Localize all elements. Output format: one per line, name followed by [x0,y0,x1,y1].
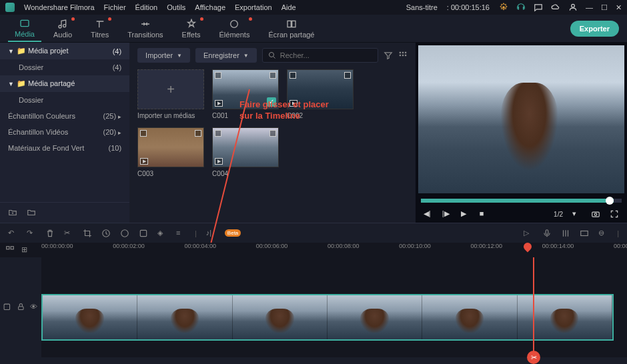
new-folder-icon[interactable] [8,208,17,217]
media-item-c002[interactable]: ▶ C002 [287,69,354,119]
color-icon[interactable] [120,229,129,238]
tab-effets[interactable]: Effets [175,16,207,41]
sidebar-item-videos[interactable]: Échantillon Vidéos (20) ▸ [0,124,129,140]
cloud-icon[interactable] [551,3,560,12]
timeline[interactable]: 👁 ▶ C001 ✂ [0,257,627,357]
check-icon: ✓ [267,97,276,107]
svg-rect-4 [287,21,291,27]
sidebar-item-fond-vert[interactable]: Matériaux de Fond Vert (10) [0,140,129,156]
audio-icon [57,19,68,29]
preview-panel: { } ◀| |▶ ▶ ■ 1/2 ▾ [416,43,627,223]
speed-icon[interactable] [101,229,111,238]
sidebar-item-label: Média partagé [28,79,75,87]
timeline-ruler[interactable]: ⊞ 00:00:00:0000:00:02:0000:00:04:0000:00… [0,243,627,257]
svg-rect-10 [399,55,400,56]
keyframe-icon[interactable]: ◈ [157,229,167,238]
tab-label: Écran partagé [268,31,314,39]
svg-point-6 [269,53,273,57]
headphones-icon[interactable] [516,3,526,12]
tab-ecran-partage[interactable]: Écran partagé [261,16,321,41]
svg-rect-14 [592,212,600,217]
save-button[interactable]: Enregistrer▼ [195,48,257,63]
track-visibility-icon[interactable]: 👁 [30,303,39,312]
tab-audio[interactable]: Audio [47,16,79,41]
search-field[interactable] [262,48,378,63]
sidebar-item-couleurs[interactable]: Échantillon Couleurs (25) ▸ [0,108,129,124]
track-lock-icon[interactable] [17,303,25,312]
media-panel: Importer▼ Enregistrer▼ + Importer un méd… [129,43,416,223]
preview-scrubber[interactable]: { } [421,199,622,203]
media-grid: + Importer un médias ▶✓ C001 ▶ C002 ▶ C0… [137,69,408,177]
fullscreen-icon[interactable] [610,209,619,219]
marker-icon[interactable] [139,229,148,238]
media-item-c001[interactable]: ▶✓ C001 [212,69,279,119]
zoom-fit-icon[interactable]: ⊖ [598,229,608,238]
plus-icon: + [167,82,175,97]
menu-aide[interactable]: Aide [281,3,296,11]
undo-icon[interactable]: ↶ [8,229,17,238]
folder-icon[interactable] [27,208,36,217]
search-input[interactable] [280,51,372,59]
track-settings-icon[interactable]: ⊞ [21,245,31,255]
svg-rect-12 [405,55,406,56]
redo-icon[interactable]: ↷ [27,229,36,238]
timeline-clip[interactable]: ▶ C001 [41,294,614,341]
tab-titres[interactable]: Titres [84,16,115,41]
play-icon[interactable]: ▶ [461,209,470,219]
filter-icon[interactable] [384,51,393,60]
crop-icon[interactable] [83,229,92,238]
render-icon[interactable]: ▷ [524,229,533,238]
cut-icon[interactable]: ✂ [64,229,73,238]
track-mute-icon[interactable] [3,303,11,312]
delete-icon[interactable] [45,229,55,238]
chat-icon[interactable] [534,3,543,12]
media-import-tile[interactable]: + Importer un médias [137,69,204,119]
voice-icon[interactable] [542,229,552,238]
import-button[interactable]: Importer▼ [137,48,190,63]
media-item-c003[interactable]: ▶ C003 [137,127,204,177]
close-icon[interactable]: ✕ [616,3,622,12]
menu-fichier[interactable]: Fichier [104,3,126,11]
list-icon[interactable]: ≡ [176,229,185,238]
chevron-down-icon[interactable]: ▾ [572,209,582,219]
view-icon[interactable] [580,229,589,238]
menubar: Wondershare Filmora Fichier Édition Outi… [0,0,627,15]
menu-exportation[interactable]: Exportation [235,3,272,11]
svg-rect-11 [402,55,404,56]
splitscreen-icon [286,19,297,29]
menu-outils[interactable]: Outils [167,3,185,11]
maximize-icon[interactable]: ☐ [601,3,608,12]
sidebar-item-dossier-1[interactable]: Dossier (4) [0,59,129,75]
track-layers-icon[interactable] [5,245,15,255]
prev-frame-icon[interactable]: ◀| [424,209,433,219]
stop-icon[interactable]: ■ [480,209,489,219]
tab-transitions[interactable]: Transitions [121,16,169,41]
sidebar-item-dossier-2[interactable]: Dossier [0,92,129,108]
menu-affichage[interactable]: Affichage [195,3,225,11]
svg-point-15 [594,213,597,216]
tab-media[interactable]: Média [8,15,41,42]
playhead[interactable]: ✂ [533,257,534,357]
tab-elements[interactable]: Éléments [213,16,257,41]
sidebar-item-media-projet[interactable]: ▼📁 Média projet (4) [0,43,129,59]
minimize-icon[interactable]: — [586,3,593,11]
ruler-tick: 00:00:08:00 [328,243,360,249]
sidebar-item-media-partage[interactable]: ▼📁 Média partagé [0,75,129,92]
user-icon[interactable] [568,3,578,12]
sidebar-item-count: (25) [103,112,116,120]
scissors-icon[interactable]: ✂ [527,351,540,364]
svg-rect-23 [4,304,9,309]
audio-wave-icon[interactable]: ♪| [206,229,215,238]
snapshot-icon[interactable] [591,209,600,219]
menu-edition[interactable]: Édition [135,3,158,11]
media-item-c004[interactable]: ▶ C004 [212,127,279,177]
export-button[interactable]: Exporter [570,21,619,37]
ruler-tick: 00:00:10:00 [399,243,431,249]
preview-video[interactable] [418,45,624,193]
settings-icon[interactable] [499,3,508,12]
media-icon [19,18,30,29]
ruler-playhead[interactable] [522,241,534,253]
mixer-icon[interactable] [561,229,570,238]
step-back-icon[interactable]: |▶ [442,209,452,219]
grid-view-icon[interactable] [398,51,408,60]
